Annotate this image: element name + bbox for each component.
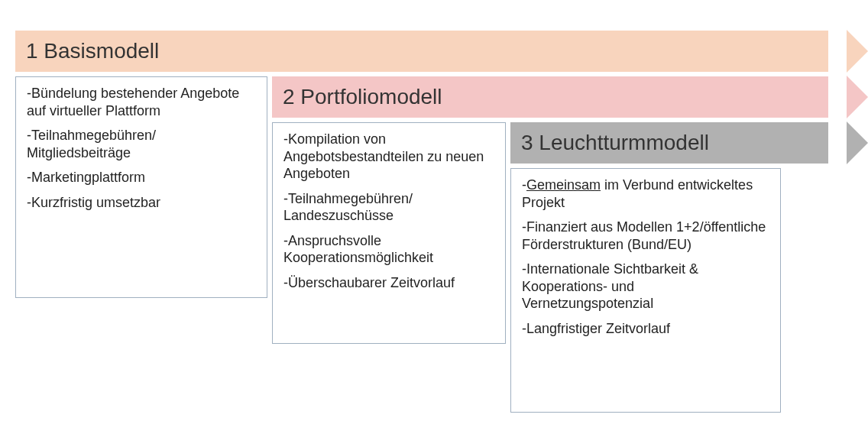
band-title-1: 1 Basismodell xyxy=(15,39,159,63)
list-item: -Langfristiger Zeitvorlauf xyxy=(522,320,769,338)
content-box-basismodell: -Bündelung bestehender Angebote auf virt… xyxy=(15,76,267,298)
band-body-3: 3 Leuchtturmmodell xyxy=(510,122,828,164)
band-title-3: 3 Leuchtturmmodell xyxy=(510,131,709,155)
item-underline: Gemeinsam xyxy=(526,177,601,193)
content-box-leuchtturmmodell: -Gemeinsam im Verbund entwickeltes Proje… xyxy=(510,168,781,413)
arrow-band-basismodell: 1 Basismodell xyxy=(15,31,848,72)
list-item: -Marketingplattform xyxy=(27,169,256,186)
arrow-head-icon xyxy=(847,121,868,164)
list-item: -Bündelung bestehender Angebote auf virt… xyxy=(27,85,256,119)
list-item: -Teilnahmegebühren/ Mitgliedsbeiträge xyxy=(27,127,256,161)
list-item: -Anspruchsvolle Kooperationsmöglichkeit xyxy=(283,232,494,267)
band-body-2: 2 Portfoliomodell xyxy=(272,76,828,118)
list-item: -Finanziert aus Modellen 1+2/öffentliche… xyxy=(522,219,769,253)
band-title-2: 2 Portfoliomodell xyxy=(272,85,442,109)
list-item: -Kurzfristig umsetzbar xyxy=(27,194,256,212)
arrow-head-icon xyxy=(847,76,868,118)
list-item: -Überschaubarer Zeitvorlauf xyxy=(283,274,494,292)
content-box-portfoliomodell: -Kompilation von Angebotsbestandteilen z… xyxy=(272,122,506,344)
list-item: -Internationale Sichtbarkeit & Kooperati… xyxy=(522,261,769,313)
list-item: -Kompilation von Angebotsbestandteilen z… xyxy=(283,131,494,183)
list-item: -Gemeinsam im Verbund entwickeltes Proje… xyxy=(522,176,769,211)
arrow-head-icon xyxy=(847,30,868,73)
band-body-1: 1 Basismodell xyxy=(15,31,828,72)
list-item: -Teilnahmegebühren/ Landeszuschüsse xyxy=(283,190,494,225)
